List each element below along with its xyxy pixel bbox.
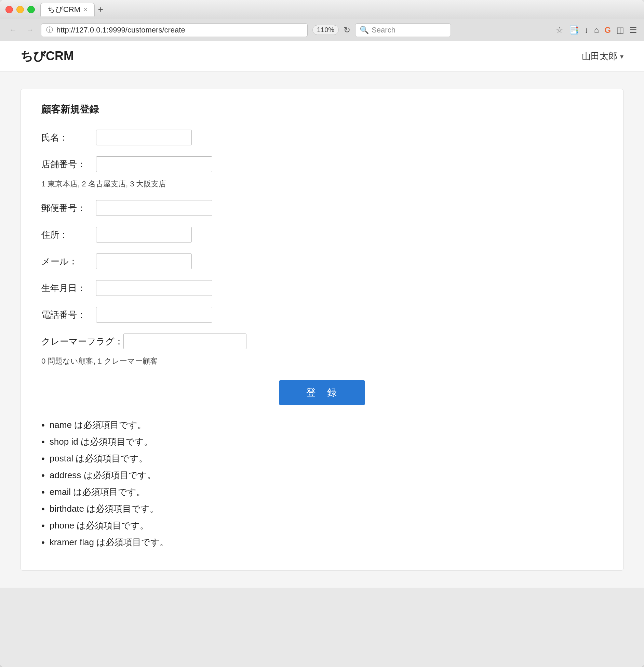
title-bar: ちびCRM × +	[0, 0, 644, 19]
download-icon[interactable]: ↓	[585, 25, 589, 35]
tab-close-icon[interactable]: ×	[84, 6, 88, 13]
form-title: 顧客新規登録	[41, 103, 603, 116]
reload-button[interactable]: ↻	[344, 25, 350, 35]
kramer-row: クレーマーフラグ：	[41, 334, 603, 349]
tab-title: ちびCRM	[48, 4, 80, 15]
traffic-lights	[5, 6, 35, 13]
user-menu-caret: ▾	[620, 52, 623, 61]
info-icon: ⓘ	[46, 25, 53, 35]
submit-row: 登 録	[41, 380, 603, 405]
postal-input[interactable]	[96, 200, 212, 216]
minimize-button[interactable]	[16, 6, 24, 13]
back-button[interactable]: ←	[7, 24, 19, 36]
validation-error-address: address は必須項目です。	[41, 469, 603, 481]
extension-icon[interactable]: G	[604, 25, 611, 35]
birth-row: 生年月日：	[41, 280, 603, 296]
url-bar[interactable]: ⓘ http://127.0.0.1:9999/customers/create	[41, 23, 308, 37]
shop-hint: 1 東京本店, 2 名古屋支店, 3 大阪支店	[41, 179, 603, 189]
kramer-hint: 0 問題ない顧客, 1 クレーマー顧客	[41, 356, 603, 366]
phone-input[interactable]	[96, 307, 212, 323]
birth-input[interactable]	[96, 280, 212, 296]
app-content: ちびCRM 山田太郎 ▾ 顧客新規登録 氏名： 店舗番号： 1	[0, 41, 644, 588]
bookmark-icon[interactable]: 📑	[569, 25, 579, 35]
apps-icon[interactable]: ◫	[616, 25, 624, 35]
email-label: メール：	[41, 256, 96, 267]
user-menu[interactable]: 山田太郎 ▾	[582, 50, 623, 62]
forward-button: →	[24, 24, 36, 36]
validation-error-postal: postal は必須項目です。	[41, 453, 603, 465]
validation-error-birthdate: birthdate は必須項目です。	[41, 503, 603, 515]
name-row: 氏名：	[41, 130, 603, 145]
validation-error-shop: shop id は必須項目です。	[41, 436, 603, 448]
search-bar[interactable]: 🔍 Search	[355, 23, 451, 37]
star-icon[interactable]: ☆	[556, 25, 563, 35]
address-input[interactable]	[96, 227, 192, 243]
browser-window: ちびCRM × + ← → ⓘ http://127.0.0.1:9999/cu…	[0, 0, 644, 667]
submit-button[interactable]: 登 録	[279, 380, 365, 405]
new-tab-button[interactable]: +	[98, 4, 103, 15]
form-card: 顧客新規登録 氏名： 店舗番号： 1 東京本店, 2 名古屋支店, 3 大阪支店…	[21, 89, 623, 571]
close-button[interactable]	[5, 6, 13, 13]
validation-error-email: email は必須項目です。	[41, 486, 603, 498]
main-content: 顧客新規登録 氏名： 店舗番号： 1 東京本店, 2 名古屋支店, 3 大阪支店…	[0, 72, 644, 588]
shop-label: 店舗番号：	[41, 158, 96, 170]
email-input[interactable]	[96, 253, 192, 269]
zoom-level: 110%	[312, 25, 339, 35]
validation-error-name: name は必須項目です。	[41, 419, 603, 431]
search-icon: 🔍	[360, 26, 369, 35]
menu-icon[interactable]: ☰	[630, 25, 637, 35]
address-bar: ← → ⓘ http://127.0.0.1:9999/customers/cr…	[0, 19, 644, 41]
address-label: 住所：	[41, 229, 96, 241]
validation-error-phone: phone は必須項目です。	[41, 520, 603, 532]
kramer-input[interactable]	[123, 334, 246, 349]
phone-label: 電話番号：	[41, 309, 96, 321]
app-title: ちびCRM	[21, 48, 74, 65]
search-placeholder: Search	[372, 26, 395, 35]
tab-bar: ちびCRM × +	[40, 3, 639, 16]
url-text: http://127.0.0.1:9999/customers/create	[56, 26, 185, 35]
maximize-button[interactable]	[27, 6, 35, 13]
validation-list: name は必須項目です。 shop id は必須項目です。 postal は必…	[41, 419, 603, 548]
name-label: 氏名：	[41, 132, 96, 144]
postal-row: 郵便番号：	[41, 200, 603, 216]
address-row: 住所：	[41, 227, 603, 243]
shop-row: 店舗番号：	[41, 156, 603, 172]
home-icon[interactable]: ⌂	[594, 25, 599, 35]
birth-label: 生年月日：	[41, 282, 96, 294]
shop-input[interactable]	[96, 156, 212, 172]
app-header: ちびCRM 山田太郎 ▾	[0, 41, 644, 72]
user-name: 山田太郎	[582, 50, 617, 62]
email-row: メール：	[41, 253, 603, 269]
phone-row: 電話番号：	[41, 307, 603, 323]
kramer-label: クレーマーフラグ：	[41, 336, 123, 348]
active-tab[interactable]: ちびCRM ×	[40, 3, 95, 16]
toolbar-icons: ☆ 📑 ↓ ⌂ G ◫ ☰	[556, 25, 637, 35]
postal-label: 郵便番号：	[41, 202, 96, 214]
name-input[interactable]	[96, 130, 192, 145]
validation-error-kramer: kramer flag は必須項目です。	[41, 536, 603, 548]
